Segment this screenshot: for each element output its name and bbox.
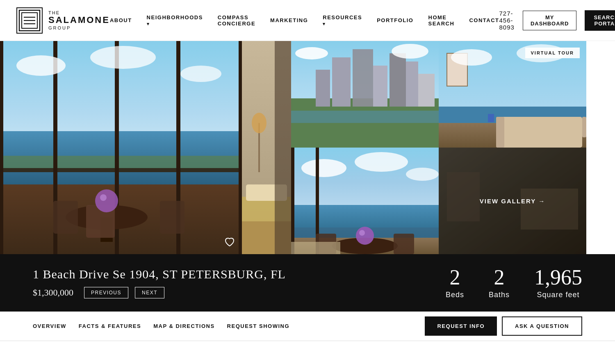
next-button[interactable]: NEXT [135,287,164,298]
baths-label: Baths [489,291,510,299]
nav-resources[interactable]: RESOURCES [323,14,362,27]
sqft-label: Square feet [534,291,582,299]
svg-rect-47 [500,117,582,148]
header-actions: 727-456-8093 MY DASHBOARD SEARCH PORTAL [499,10,615,31]
logo-group: GROUP [48,25,110,30]
svg-rect-34 [332,57,351,107]
svg-rect-13 [239,41,242,254]
nav-map-directions[interactable]: MAP & DIRECTIONS [153,323,227,329]
svg-rect-18 [160,201,184,234]
nav-marketing[interactable]: MARKETING [270,17,308,23]
nav-overview[interactable]: OVERVIEW [33,323,79,329]
gallery-image-overlay[interactable]: VIEW GALLERY → [439,148,586,254]
sqft-stat: 1,965 Square feet [534,267,582,299]
nav-portfolio[interactable]: PORTFOLIO [377,17,413,23]
svg-rect-40 [418,74,435,107]
listing-bottom-nav: OVERVIEW FACTS & FEATURES MAP & DIRECTIO… [0,312,615,341]
beds-stat: 2 Beds [446,267,464,299]
svg-rect-53 [488,114,494,122]
svg-rect-41 [291,111,439,123]
logo-text: THE SALAMONE GROUP [48,10,110,30]
svg-rect-49 [582,117,586,137]
svg-rect-39 [316,70,330,107]
previous-button[interactable]: PREVIOUS [84,287,128,298]
svg-point-24 [180,66,221,82]
svg-rect-68 [291,242,340,254]
nav-contact[interactable]: CONTACT [469,17,499,23]
gallery-image-center[interactable] [242,41,291,254]
logo[interactable]: THE SALAMONE GROUP [16,7,110,34]
svg-rect-48 [496,117,504,148]
search-portal-button[interactable]: SEARCH PORTAL [585,10,615,31]
svg-rect-9 [0,41,3,254]
baths-count: 2 [489,267,510,288]
phone-number: 727-456-8093 [499,10,515,31]
svg-rect-37 [390,53,406,107]
svg-point-23 [90,46,156,69]
photo-gallery: VIRTUAL TOUR [0,41,615,254]
listing-address: 1 Beach Drive Se 1904, ST PETERSBURG, FL [33,267,446,281]
virtual-tour-badge[interactable]: VIRTUAL TOUR [525,48,580,58]
baths-stat: 2 Baths [489,267,510,299]
svg-rect-65 [394,234,414,254]
svg-rect-14 [0,168,242,172]
listing-info-strip: 1 Beach Drive Se 1904, ST PETERSBURG, FL… [0,254,615,312]
ask-question-button[interactable]: ASK A QUESTION [502,316,582,336]
gallery-image-interior[interactable]: VIRTUAL TOUR [439,41,586,148]
svg-point-27 [252,113,266,133]
beds-count: 2 [446,267,464,288]
site-header: THE SALAMONE GROUP ABOUT NEIGHBORHOODS C… [0,0,615,41]
svg-point-56 [355,152,408,172]
listing-price: $1,300,000 [33,287,73,298]
svg-rect-36 [373,66,387,107]
gallery-image-main[interactable] [0,41,242,254]
favorite-button[interactable] [224,236,235,248]
sqft-count: 1,965 [534,267,582,288]
svg-rect-38 [406,61,418,107]
nav-facts-features[interactable]: FACTS & FEATURES [79,323,153,329]
svg-point-43 [392,44,428,59]
svg-rect-31 [275,41,291,254]
main-nav: ABOUT NEIGHBORHOODS COMPASS CONCIERGE MA… [110,14,499,27]
my-dashboard-button[interactable]: MY DASHBOARD [523,11,577,30]
logo-icon [16,7,43,34]
request-info-button[interactable]: REQUEST INFO [425,316,497,336]
svg-point-42 [295,47,328,59]
view-gallery-button[interactable]: VIEW GALLERY → [480,198,546,205]
svg-rect-61 [291,148,294,254]
svg-point-57 [406,168,439,181]
gallery-image-balcony[interactable] [291,148,439,254]
listing-address-area: 1 Beach Drive Se 1904, ST PETERSBURG, FL… [33,267,446,298]
svg-rect-72 [521,189,578,230]
svg-rect-71 [447,172,480,221]
svg-point-55 [301,159,346,177]
beds-label: Beds [446,291,464,299]
listing-stats: 2 Beds 2 Baths 1,965 Square feet [446,267,582,299]
bottom-nav-links: OVERVIEW FACTS & FEATURES MAP & DIRECTIO… [33,323,425,329]
svg-point-21 [100,194,107,201]
svg-point-22 [16,55,66,76]
svg-point-20 [95,189,118,212]
nav-about[interactable]: ABOUT [110,17,132,23]
svg-rect-17 [53,201,78,234]
nav-home-search[interactable]: HOME SEARCH [428,14,455,27]
svg-point-67 [359,230,365,236]
nav-neighborhoods[interactable]: NEIGHBORHOODS [147,14,203,27]
logo-salamone: SALAMONE [48,15,110,25]
bottom-nav-actions: REQUEST INFO ASK A QUESTION [425,316,582,336]
svg-point-51 [451,49,492,66]
gallery-image-aerial[interactable] [291,41,439,148]
price-nav: $1,300,000 PREVIOUS NEXT [33,287,446,298]
svg-rect-35 [353,49,373,107]
nav-compass-concierge[interactable]: COMPASS CONCIERGE [218,14,255,27]
svg-point-66 [356,227,374,245]
nav-request-showing[interactable]: REQUEST SHOWING [227,323,302,329]
